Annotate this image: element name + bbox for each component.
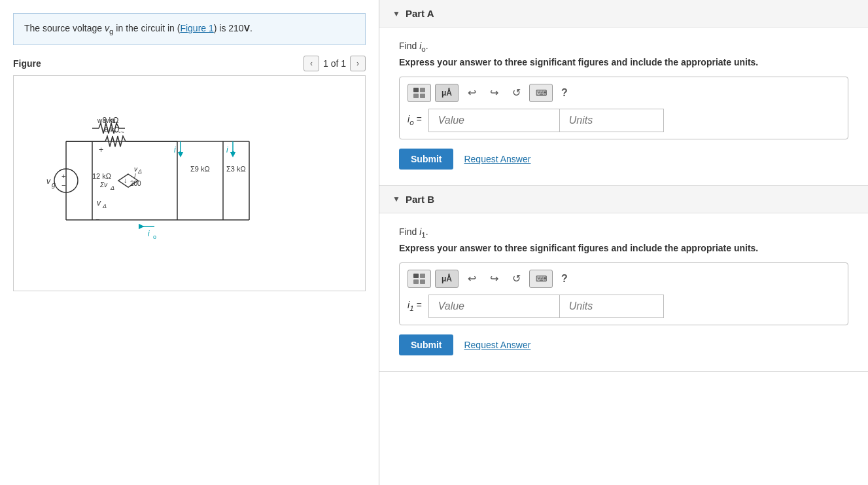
- part-a-submit-button[interactable]: Submit: [399, 149, 453, 170]
- svg-rect-52: [413, 279, 419, 284]
- figure-area: Figure ‹ 1 of 1 › 8 kΩ w w w: [13, 52, 366, 291]
- svg-text:Δ: Δ: [102, 203, 107, 209]
- part-a-undo-button[interactable]: ↩: [462, 84, 481, 102]
- scroll-container[interactable]: 8 kΩ w w w: [14, 76, 365, 291]
- part-a-chevron: ▼: [392, 9, 400, 18]
- part-b-refresh-button[interactable]: ↺: [507, 270, 525, 288]
- svg-text:w: w: [97, 117, 103, 124]
- svg-rect-49: [420, 94, 425, 98]
- svg-text:↓: ↓: [124, 176, 128, 184]
- part-b-submit-button[interactable]: Submit: [399, 334, 453, 355]
- svg-text:o: o: [153, 234, 156, 240]
- part-a-title: Part A: [406, 8, 434, 19]
- part-a-toolbar: μÅ ↩ ↪ ↺ ⌨ ?: [408, 84, 840, 102]
- part-a-express-label: Express your answer to three significant…: [399, 57, 848, 67]
- part-b-find-label: Find i1.: [399, 226, 848, 239]
- part-b-mu-button[interactable]: μÅ: [435, 270, 459, 288]
- next-figure-button[interactable]: ›: [350, 56, 366, 71]
- figure-nav: ‹ 1 of 1 ›: [304, 56, 366, 71]
- svg-rect-51: [420, 274, 425, 278]
- svg-text:−: −: [61, 181, 65, 189]
- svg-text:w: w: [103, 117, 109, 124]
- part-b-input-row: i1 =: [408, 295, 840, 318]
- svg-rect-47: [420, 88, 425, 92]
- part-b-chevron: ▼: [392, 194, 400, 204]
- part-a-find-label: Find io.: [399, 41, 848, 53]
- part-b-toolbar: μÅ ↩ ↪ ↺ ⌨ ?: [408, 270, 840, 288]
- part-b-action-row: Submit Request Answer: [399, 334, 848, 355]
- svg-text:Σ9 kΩ: Σ9 kΩ: [190, 165, 210, 173]
- part-b-request-answer-button[interactable]: Request Answer: [464, 340, 530, 350]
- part-b-value-input[interactable]: [428, 295, 559, 318]
- figure-header: Figure ‹ 1 of 1 ›: [13, 52, 366, 75]
- svg-rect-53: [420, 279, 425, 284]
- part-a-header[interactable]: ▼ Part A: [379, 0, 868, 27]
- part-b-keyboard-button[interactable]: ⌨: [529, 270, 553, 288]
- svg-text:Δ: Δ: [110, 185, 114, 191]
- part-a-matrix-button[interactable]: [408, 84, 431, 102]
- svg-rect-46: [413, 88, 419, 92]
- right-panel: ▼ Part A Find io. Express your answer to…: [379, 0, 868, 485]
- svg-text:w: w: [110, 117, 116, 124]
- part-a-action-row: Submit Request Answer: [399, 149, 848, 170]
- figure-count: 1 of 1: [323, 58, 346, 69]
- part-b-header[interactable]: ▼ Part B: [379, 186, 868, 213]
- part-a-value-input[interactable]: [428, 109, 559, 132]
- part-a-mu-button[interactable]: μÅ: [435, 84, 459, 102]
- svg-text:~~~: ~~~: [114, 129, 124, 135]
- figure-canvas: 8 kΩ w w w: [13, 75, 366, 291]
- svg-text:v: v: [97, 198, 101, 207]
- part-a-input-row: io =: [408, 109, 840, 132]
- part-a-help-button[interactable]: ?: [557, 84, 572, 102]
- part-b-title: Part B: [406, 194, 434, 205]
- part-b-eq-label: i1 =: [408, 300, 422, 312]
- svg-text:g: g: [52, 181, 56, 189]
- part-a-keyboard-button[interactable]: ⌨: [529, 84, 553, 102]
- part-a-answer-box: μÅ ↩ ↪ ↺ ⌨ ? io =: [399, 77, 848, 139]
- svg-text:i: i: [148, 229, 150, 238]
- svg-text:i: i: [174, 145, 176, 154]
- svg-text:Δ: Δ: [137, 168, 142, 175]
- svg-text:200: 200: [130, 180, 141, 187]
- part-a-units-input[interactable]: [559, 109, 664, 132]
- svg-text:+: +: [61, 172, 65, 180]
- svg-text:−: −: [95, 215, 99, 223]
- figure-label: Figure: [13, 58, 41, 69]
- svg-text:Σ3 kΩ: Σ3 kΩ: [226, 165, 246, 173]
- part-a-request-answer-button[interactable]: Request Answer: [464, 154, 530, 164]
- part-a-content: Find io. Express your answer to three si…: [379, 27, 868, 185]
- left-panel: The source voltage vg in the circuit in …: [0, 0, 379, 485]
- svg-text:+: +: [99, 145, 103, 154]
- part-b-answer-box: μÅ ↩ ↪ ↺ ⌨ ? i1 =: [399, 262, 848, 325]
- svg-rect-50: [413, 274, 419, 278]
- part-a-refresh-button[interactable]: ↺: [507, 84, 525, 102]
- part-b-matrix-button[interactable]: [408, 270, 431, 288]
- part-b-units-input[interactable]: [559, 295, 664, 318]
- part-b-content: Find i1. Express your answer to three si…: [379, 213, 868, 371]
- part-b-help-button[interactable]: ?: [557, 270, 572, 288]
- svg-text:Σv: Σv: [99, 181, 108, 189]
- svg-rect-48: [413, 94, 419, 98]
- part-b-express-label: Express your answer to three significant…: [399, 243, 848, 253]
- part-b-undo-button[interactable]: ↩: [462, 270, 481, 288]
- figure-link[interactable]: Figure 1: [180, 23, 213, 33]
- part-a-section: ▼ Part A Find io. Express your answer to…: [379, 0, 868, 186]
- svg-text:/: /: [134, 173, 136, 180]
- svg-text:12 kΩ: 12 kΩ: [92, 172, 111, 180]
- circuit-diagram: 8 kΩ w w w: [27, 89, 354, 285]
- part-a-redo-button[interactable]: ↪: [485, 84, 503, 102]
- svg-text:i: i: [226, 145, 228, 154]
- svg-text:v: v: [46, 177, 51, 186]
- prev-figure-button[interactable]: ‹: [304, 56, 319, 71]
- part-b-redo-button[interactable]: ↪: [485, 270, 503, 288]
- part-b-section: ▼ Part B Find i1. Express your answer to…: [379, 186, 868, 372]
- part-a-eq-label: io =: [408, 114, 422, 126]
- problem-statement: The source voltage vg in the circuit in …: [13, 13, 366, 45]
